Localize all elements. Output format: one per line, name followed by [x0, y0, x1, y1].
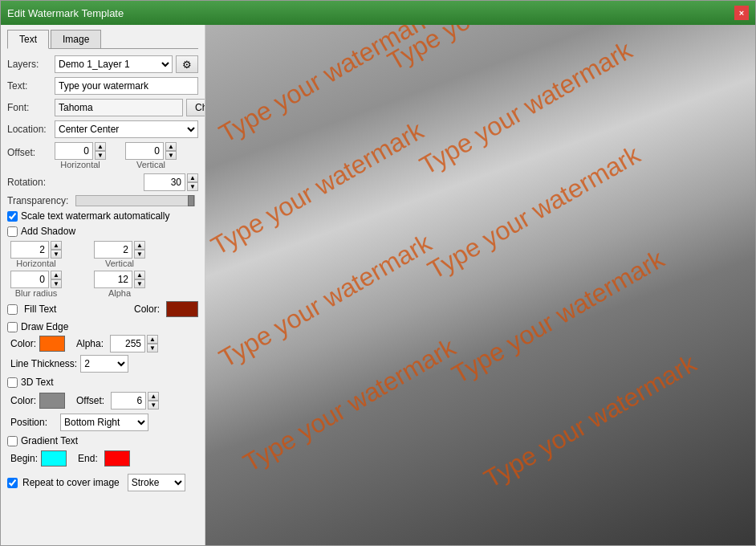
blur-up[interactable]: ▲ — [51, 271, 62, 279]
shadow-v-down[interactable]: ▼ — [134, 250, 145, 259]
alpha-shadow-label: Alpha — [108, 288, 131, 298]
begin-color-swatch[interactable] — [41, 450, 67, 467]
shadow-inputs: ▲ ▼ Horizontal ▲ ▼ Vertical — [7, 241, 198, 268]
end-label: End: — [78, 453, 98, 464]
gear-button[interactable]: ⚙ — [176, 55, 198, 73]
add-shadow-checkbox[interactable] — [7, 226, 18, 237]
layers-row: Layers: Demo 1_Layer 1 ⚙ — [7, 55, 198, 73]
three-d-offset-up[interactable]: ▲ — [148, 392, 159, 401]
offset-v-input[interactable] — [125, 142, 164, 160]
rotation-label: Rotation: — [7, 177, 67, 188]
offset-h-spinbtns: ▲ ▼ — [95, 142, 106, 160]
shadow-h-up[interactable]: ▲ — [51, 241, 62, 250]
shadow-h-group: ▲ ▼ Horizontal — [10, 241, 62, 268]
window-title: Edit Watermark Template — [7, 7, 124, 19]
location-label: Location: — [7, 124, 51, 135]
fill-color-label: Color: — [134, 304, 160, 315]
offset-v-spinbtns: ▲ ▼ — [165, 142, 177, 160]
preview-panel: Type your watermark Type your watermark … — [205, 25, 755, 545]
gear-icon: ⚙ — [182, 59, 192, 71]
layers-label: Layers: — [7, 59, 51, 70]
transparency-thumb[interactable] — [188, 195, 194, 206]
repeat-row: Repeat to cover image Stroke Fill None — [7, 471, 198, 495]
location-row: Location: Center Center Top Left Top Rig… — [7, 120, 198, 138]
edge-alpha-down[interactable]: ▼ — [147, 344, 158, 352]
edge-alpha-input[interactable] — [110, 335, 145, 352]
shadow-h-input[interactable] — [10, 241, 49, 259]
three-d-offset-input[interactable] — [111, 392, 146, 410]
line-thickness-label: Line Thickness: — [10, 358, 77, 369]
shadow-v-input[interactable] — [94, 241, 132, 259]
scale-text-checkbox[interactable] — [7, 211, 18, 222]
three-d-checkbox[interactable] — [7, 377, 18, 388]
position-label: Position: — [10, 417, 57, 428]
shadow-v-spinner: ▲ ▼ — [94, 241, 145, 259]
three-d-label: 3D Text — [21, 377, 53, 388]
alpha-shadow-up[interactable]: ▲ — [134, 271, 145, 279]
rotation-input[interactable] — [144, 173, 185, 191]
end-color-swatch[interactable] — [104, 450, 130, 467]
tab-image[interactable]: Image — [51, 30, 101, 48]
three-d-offset-label: Offset: — [76, 395, 104, 406]
blur-down[interactable]: ▼ — [51, 279, 62, 288]
rotation-down[interactable]: ▼ — [187, 182, 198, 191]
shadow-h-down[interactable]: ▼ — [51, 250, 62, 259]
shadow-v-spinbtns: ▲ ▼ — [134, 241, 145, 259]
offset-v-up[interactable]: ▲ — [165, 142, 177, 151]
choose-font-button[interactable]: Choose — [186, 99, 205, 116]
offset-v-spinner: ▲ ▼ — [125, 142, 177, 160]
fill-text-label: Fill Text — [24, 304, 56, 315]
shadow-v-group: ▲ ▼ Vertical — [94, 241, 145, 268]
three-d-color-swatch[interactable] — [39, 393, 65, 409]
offset-v-down[interactable]: ▼ — [165, 151, 177, 160]
font-label: Font: — [7, 102, 51, 113]
layers-select[interactable]: Demo 1_Layer 1 — [55, 55, 173, 73]
line-thickness-select[interactable]: 2134 — [80, 355, 128, 373]
three-d-offset-spinbtns: ▲ ▼ — [148, 392, 159, 410]
line-thickness-row: Line Thickness: 2134 — [7, 355, 198, 373]
position-row: Position: Bottom Right Bottom Left Top R… — [7, 414, 198, 431]
alpha-shadow-group: ▲ ▼ Alpha — [94, 271, 145, 298]
offset-row: Offset: ▲ ▼ Horizontal — [7, 142, 198, 169]
offset-h-label: Horizontal — [60, 160, 100, 169]
draw-edge-label: Draw Edge — [21, 321, 68, 332]
tab-text[interactable]: Text — [7, 30, 49, 49]
text-input[interactable] — [55, 77, 198, 95]
offset-v-label: Vertical — [136, 160, 165, 169]
gradient-text-checkbox[interactable] — [7, 436, 18, 446]
alpha-shadow-spinner: ▲ ▼ — [94, 271, 145, 288]
fill-color-swatch[interactable] — [166, 301, 198, 317]
fill-text-checkbox[interactable] — [7, 304, 18, 315]
close-button[interactable]: × — [734, 6, 749, 20]
gradient-text-row: Gradient Text — [7, 435, 198, 446]
transparency-track[interactable] — [75, 195, 195, 206]
main-window: Edit Watermark Template × Text Image Lay… — [0, 0, 756, 546]
shadow-v-up[interactable]: ▲ — [134, 241, 145, 250]
position-select[interactable]: Bottom Right Bottom Left Top Right Top L… — [60, 414, 148, 431]
three-d-color-label: Color: — [10, 395, 36, 406]
text-label: Text: — [7, 80, 51, 92]
offset-h-up[interactable]: ▲ — [95, 142, 106, 151]
three-d-offset-down[interactable]: ▼ — [148, 401, 159, 410]
gradient-text-label: Gradient Text — [21, 435, 78, 446]
shadow-h-label: Horizontal — [16, 259, 56, 268]
offset-group: ▲ ▼ Horizontal ▲ ▼ — [55, 142, 177, 169]
repeat-type-select[interactable]: Stroke Fill None — [128, 474, 185, 491]
edge-alpha-up[interactable]: ▲ — [147, 335, 158, 344]
add-shadow-row: Add Shadow — [7, 226, 198, 237]
font-input[interactable] — [55, 99, 183, 116]
edge-color-alpha-row: Color: Alpha: ▲ ▼ — [7, 335, 198, 352]
edge-alpha-spinbtns: ▲ ▼ — [147, 335, 158, 352]
alpha-shadow-input[interactable] — [94, 271, 132, 288]
rotation-spinner: ▲ ▼ — [144, 173, 198, 191]
offset-h-down[interactable]: ▼ — [95, 151, 106, 160]
offset-h-input[interactable] — [55, 142, 93, 160]
title-bar: Edit Watermark Template × — [1, 1, 755, 25]
draw-edge-checkbox[interactable] — [7, 322, 18, 332]
blur-input[interactable] — [10, 271, 49, 288]
alpha-shadow-down[interactable]: ▼ — [134, 279, 145, 288]
rotation-up[interactable]: ▲ — [187, 173, 198, 182]
location-select[interactable]: Center Center Top Left Top Right Bottom … — [55, 120, 198, 138]
edge-color-swatch[interactable] — [39, 336, 65, 352]
repeat-checkbox[interactable] — [7, 478, 18, 488]
